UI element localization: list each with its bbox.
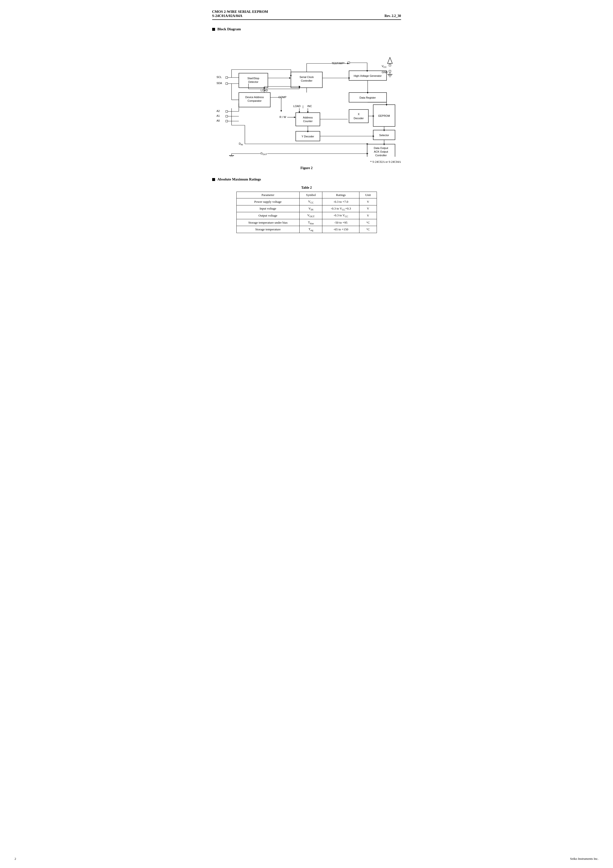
svg-marker-30 bbox=[263, 87, 265, 88]
svg-rect-0 bbox=[226, 76, 228, 79]
block-diagram: SCL SDA Start/Stop Detector Serial Clock… bbox=[212, 36, 401, 158]
svg-marker-36 bbox=[280, 110, 282, 112]
svg-marker-41 bbox=[299, 112, 300, 113]
col-symbol: Symbol bbox=[299, 192, 322, 198]
block-diagram-section-title: Block Diagram bbox=[212, 27, 401, 31]
page-header: CMOS 2-WIRE SERIAL EEPROM S-24C01A/02A/0… bbox=[212, 10, 401, 20]
header-rev: Rev. 2.2_30 bbox=[384, 14, 401, 18]
table-row: Power supply voltage VCC -0.3 to +7.0 V bbox=[236, 198, 377, 205]
svg-text:VCC: VCC bbox=[382, 65, 387, 68]
svg-marker-77 bbox=[367, 92, 368, 94]
svg-marker-91 bbox=[373, 135, 375, 137]
svg-marker-53 bbox=[307, 131, 308, 133]
svg-text:Counter: Counter bbox=[303, 120, 313, 122]
col-parameter: Parameter bbox=[236, 192, 299, 198]
svg-text:DIN: DIN bbox=[239, 142, 243, 146]
col-unit: Unit bbox=[359, 192, 377, 198]
svg-text:Controller: Controller bbox=[301, 79, 313, 82]
svg-text:Device Address: Device Address bbox=[245, 96, 264, 99]
svg-text:X: X bbox=[358, 113, 360, 116]
svg-text:Detector: Detector bbox=[248, 81, 259, 83]
svg-marker-61 bbox=[387, 57, 392, 64]
section-bullet-2 bbox=[212, 178, 215, 181]
svg-marker-99 bbox=[383, 144, 385, 145]
svg-marker-8 bbox=[289, 77, 291, 79]
header-title: CMOS 2-WIRE SERIAL EEPROM S-24C01A/02A/0… bbox=[212, 10, 268, 18]
svg-text:High-Voltage Generator: High-Voltage Generator bbox=[354, 74, 382, 77]
svg-text:GND: GND bbox=[382, 71, 388, 74]
svg-text:Data Register: Data Register bbox=[359, 96, 376, 99]
svg-text:Selector: Selector bbox=[379, 134, 389, 136]
section-bullet bbox=[212, 28, 215, 31]
scl-label: SCL bbox=[217, 76, 221, 79]
svg-rect-78 bbox=[349, 110, 368, 123]
svg-text:Start/Stop: Start/Stop bbox=[247, 77, 259, 80]
svg-marker-89 bbox=[383, 130, 385, 131]
ratings-table: Parameter Symbol Ratings Unit Power supp… bbox=[236, 192, 377, 233]
svg-rect-23 bbox=[226, 120, 228, 122]
footnote: * S-24C02A or S-24C04A bbox=[212, 160, 401, 164]
svg-marker-119 bbox=[290, 75, 292, 77]
table-row: Storage temperature Tstg -65 to +150 °C bbox=[236, 226, 377, 233]
svg-text:COMP: COMP bbox=[278, 96, 286, 99]
svg-rect-22 bbox=[226, 115, 228, 117]
sda-label: SDA bbox=[217, 82, 222, 85]
svg-marker-115 bbox=[347, 63, 349, 64]
svg-text:A1: A1 bbox=[217, 114, 220, 117]
svg-text:ACK Output: ACK Output bbox=[374, 150, 388, 153]
svg-text:Address: Address bbox=[303, 116, 313, 119]
svg-marker-93 bbox=[373, 115, 375, 117]
svg-text:A2: A2 bbox=[217, 110, 220, 112]
svg-text:Serial Clock: Serial Clock bbox=[299, 76, 314, 79]
svg-rect-21 bbox=[226, 110, 228, 112]
svg-text:R / W: R / W bbox=[280, 116, 286, 118]
svg-text:Decoder: Decoder bbox=[354, 117, 364, 120]
svg-marker-86 bbox=[386, 104, 387, 106]
svg-rect-1 bbox=[226, 83, 228, 85]
svg-rect-60 bbox=[389, 64, 391, 66]
svg-marker-43 bbox=[307, 112, 308, 113]
svg-text:Controller: Controller bbox=[375, 154, 387, 157]
svg-text:LOAD: LOAD bbox=[293, 105, 300, 108]
svg-text:Comparator: Comparator bbox=[247, 99, 261, 102]
svg-marker-58 bbox=[348, 77, 350, 79]
figure-label: Figure 2 bbox=[212, 166, 401, 170]
svg-text:A0: A0 bbox=[217, 119, 220, 122]
svg-rect-64 bbox=[389, 70, 391, 72]
table-title: Table 2 bbox=[212, 186, 401, 190]
svg-text:EEPROM: EEPROM bbox=[378, 114, 390, 117]
table-row: Input voltage VIN -0.3 to VCC+0.3 V bbox=[236, 205, 377, 212]
table-row: Storage temperature under bias Tbias -50… bbox=[236, 219, 377, 226]
svg-text:Data Output: Data Output bbox=[374, 147, 388, 149]
svg-marker-102 bbox=[367, 143, 368, 145]
svg-text:DOUT: DOUT bbox=[261, 152, 267, 155]
svg-marker-105 bbox=[367, 153, 368, 154]
svg-marker-73 bbox=[367, 70, 368, 72]
svg-text:INC: INC bbox=[307, 105, 312, 108]
svg-text:TEST/WP*: TEST/WP* bbox=[331, 62, 345, 65]
svg-text:Y Decoder: Y Decoder bbox=[302, 135, 314, 138]
table-row: Output voltage VOUT -0.3 to VCC V bbox=[236, 212, 377, 219]
svg-marker-46 bbox=[294, 116, 296, 118]
ratings-section-title: Absolute Maximum Ratings bbox=[212, 177, 401, 181]
svg-rect-47 bbox=[296, 113, 320, 126]
col-ratings: Ratings bbox=[322, 192, 359, 198]
